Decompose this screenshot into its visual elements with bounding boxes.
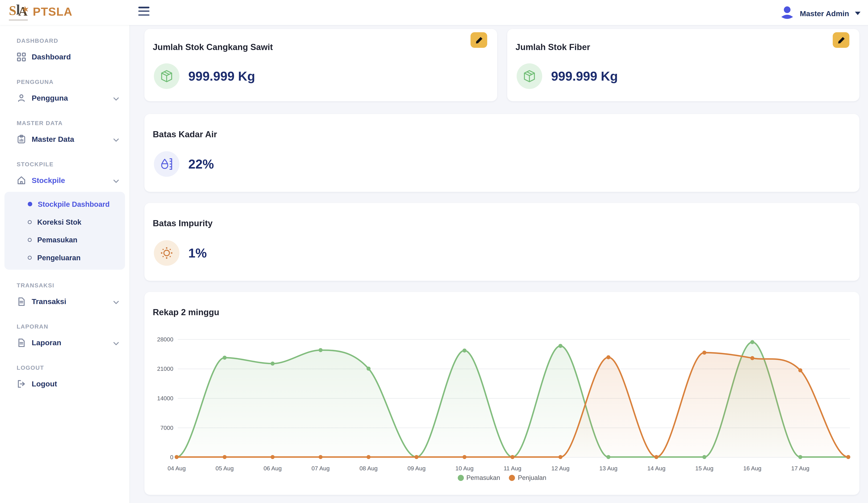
data-point-penjualan[interactable] — [606, 355, 610, 359]
sidebar-section-label: STOCKPILE — [0, 156, 130, 171]
data-point-penjualan[interactable] — [271, 455, 275, 459]
sidebar: DASHBOARDDashboardPENGGUNAPenggunaMASTER… — [0, 25, 130, 503]
sidebar-subitem-koreksi-stok[interactable]: Koreksi Stok — [4, 213, 125, 231]
sidebar-section: TRANSAKSITransaksi — [0, 278, 130, 311]
legend-label: Penjualan — [518, 474, 546, 481]
sidebar-item-transaksi[interactable]: Transaksi — [0, 292, 130, 311]
sidebar-section-label: LOGOUT — [0, 360, 130, 374]
pencil-icon — [475, 36, 483, 44]
sidebar-section: LAPORANLaporan — [0, 319, 130, 352]
data-point-penjualan[interactable] — [463, 455, 466, 459]
sidebar-item-label: Master Data — [32, 135, 113, 143]
grid-icon — [17, 52, 26, 61]
legend-label: Pemasukan — [466, 474, 500, 481]
data-point-penjualan[interactable] — [175, 455, 179, 459]
home-icon — [17, 175, 26, 185]
chevron-down-icon — [113, 177, 120, 183]
sidebar-subitem-stockpile-dashboard[interactable]: Stockpile Dashboard — [4, 195, 125, 213]
data-point-penjualan[interactable] — [415, 455, 418, 459]
y-tick-label: 7000 — [161, 424, 173, 431]
card-batas-impurity: Batas Impurity 1% — [144, 203, 859, 281]
sun-icon — [154, 240, 179, 266]
chevron-down-icon — [113, 94, 120, 101]
x-tick-label: 09 Aug — [407, 465, 426, 471]
sidebar-item-stockpile[interactable]: Stockpile — [0, 171, 130, 190]
data-point-penjualan[interactable] — [366, 455, 371, 459]
sidebar-section: PENGGUNAPengguna — [0, 74, 130, 107]
stat-value: 1% — [188, 245, 207, 260]
data-point-pemasukan[interactable] — [319, 348, 322, 352]
sidebar-toggle-hamburger-icon[interactable] — [138, 7, 149, 18]
water-drop-icon — [154, 151, 179, 177]
data-point-penjualan[interactable] — [510, 455, 514, 459]
x-tick-label: 12 Aug — [551, 465, 570, 471]
user-menu[interactable]: Master Admin — [779, 4, 860, 23]
card-batas-kadar-air: Batas Kadar Air 22% — [144, 114, 859, 192]
x-tick-label: 07 Aug — [311, 465, 330, 471]
sidebar-item-master-data[interactable]: Master Data — [0, 130, 130, 149]
edit-button[interactable] — [471, 32, 487, 48]
data-point-pemasukan[interactable] — [223, 356, 227, 360]
data-point-penjualan[interactable] — [654, 455, 659, 459]
data-point-penjualan[interactable] — [750, 356, 754, 360]
bullet-icon — [28, 255, 32, 259]
edit-button[interactable] — [833, 32, 849, 48]
data-point-pemasukan[interactable] — [750, 340, 754, 344]
app-logo[interactable]: S l A ★ PTSLA — [9, 3, 72, 20]
data-point-penjualan[interactable] — [798, 368, 802, 372]
legend-item-pemasukan[interactable]: Pemasukan — [457, 474, 500, 481]
sidebar-item-laporan[interactable]: Laporan — [0, 333, 130, 352]
card-title: Batas Impurity — [153, 219, 213, 229]
x-tick-label: 13 Aug — [599, 465, 618, 471]
card-stok-fiber: Jumlah Stok Fiber 999.999 Kg — [507, 29, 859, 101]
report-icon — [17, 134, 26, 144]
sidebar-subitem-pengeluaran[interactable]: Pengeluaran — [4, 249, 125, 266]
sidebar-section-label: PENGGUNA — [0, 74, 130, 89]
card-stok-cangkang-sawit: Jumlah Stok Cangkang Sawit 999.999 Kg — [144, 29, 497, 101]
sidebar-section-label: MASTER DATA — [0, 115, 130, 129]
sidebar-section: LOGOUTLogout — [0, 360, 130, 393]
package-icon — [154, 63, 179, 89]
sidebar-subitem-pemasukan[interactable]: Pemasukan — [4, 231, 125, 249]
card-title: Jumlah Stok Fiber — [516, 42, 590, 52]
user-avatar-icon — [779, 4, 795, 23]
logout-icon — [17, 379, 26, 388]
sidebar-item-pengguna[interactable]: Pengguna — [0, 89, 130, 107]
sidebar-item-dashboard[interactable]: Dashboard — [0, 47, 130, 66]
data-point-penjualan[interactable] — [223, 455, 227, 459]
file-icon — [17, 338, 26, 347]
data-point-pemasukan[interactable] — [271, 362, 275, 365]
chart-y-axis: 07000140002100028000 — [144, 292, 173, 495]
sidebar-section: STOCKPILEStockpileStockpile DashboardKor… — [0, 156, 130, 270]
data-point-pemasukan[interactable] — [463, 349, 466, 353]
x-tick-label: 11 Aug — [504, 465, 521, 471]
sidebar-subitem-label: Pemasukan — [37, 235, 77, 244]
logo-mark-icon: S l A ★ — [9, 3, 29, 20]
user-name: Master Admin — [800, 9, 849, 18]
package-icon — [517, 63, 542, 89]
legend-dot-icon — [509, 474, 515, 481]
sidebar-item-logout[interactable]: Logout — [0, 374, 130, 393]
chevron-down-icon — [113, 136, 120, 142]
legend-dot-icon — [457, 474, 464, 481]
sidebar-section: DASHBOARDDashboard — [0, 33, 130, 66]
x-tick-label: 05 Aug — [216, 465, 234, 471]
chart-legend: PemasukanPenjualan — [144, 474, 859, 481]
legend-item-penjualan[interactable]: Penjualan — [509, 474, 546, 481]
sidebar-subitem-label: Pengeluaran — [37, 253, 81, 262]
data-point-penjualan[interactable] — [846, 455, 850, 459]
data-point-penjualan[interactable] — [702, 351, 706, 355]
data-point-penjualan[interactable] — [319, 455, 322, 459]
logo-text: PTSLA — [33, 5, 72, 18]
chevron-down-icon — [113, 298, 120, 304]
x-tick-label: 08 Aug — [360, 465, 378, 471]
topbar: S l A ★ PTSLA Master Admin — [0, 0, 868, 25]
data-point-pemasukan[interactable] — [558, 344, 562, 348]
stat-value: 999.999 Kg — [551, 69, 618, 83]
data-point-pemasukan[interactable] — [366, 366, 371, 371]
y-tick-label: 21000 — [157, 365, 173, 372]
main-content: Jumlah Stok Cangkang Sawit 999.999 Kg Ju… — [130, 25, 868, 503]
y-tick-label: 28000 — [157, 336, 173, 342]
logo-letter-s: S — [9, 3, 16, 18]
data-point-penjualan[interactable] — [558, 455, 562, 459]
